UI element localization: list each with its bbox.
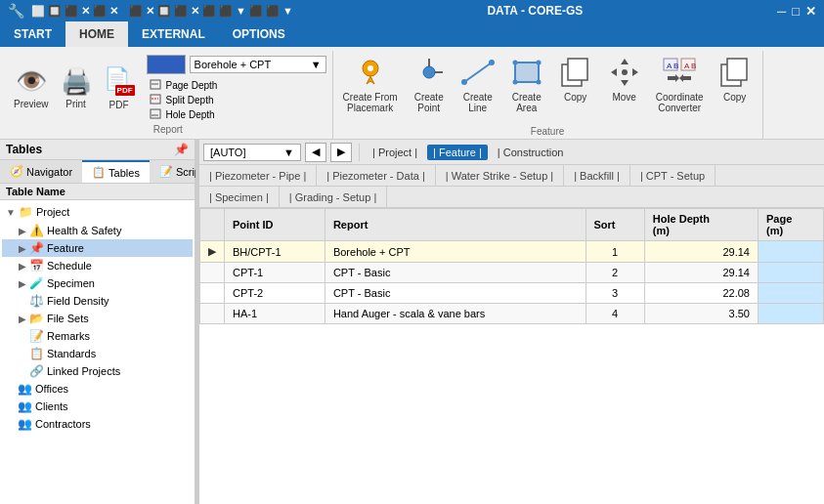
report-combo[interactable]: Borehole + CPT ▼ <box>190 56 326 73</box>
tree-item-schedule[interactable]: ▶ 📅 Schedule <box>2 257 193 274</box>
window-control-14: ▼ <box>236 5 246 17</box>
tree-item-feature[interactable]: ▶ 📌 Feature <box>2 239 193 257</box>
tab-water-strike[interactable]: | Water Strike - Setup | <box>436 165 564 186</box>
nav-link-construction[interactable]: | Construction <box>492 145 570 160</box>
page-depth-button[interactable]: Page Depth <box>147 78 326 92</box>
copy2-button[interactable]: Copy <box>714 53 757 105</box>
print-button[interactable]: 🖨️ Print <box>57 64 96 111</box>
tree-item-contractors[interactable]: 👥 Contractors <box>2 415 193 433</box>
tree-label-standards: Standards <box>47 348 96 359</box>
close-button[interactable]: ✕ <box>805 4 816 19</box>
col-page[interactable]: Page(m) <box>758 209 823 241</box>
tab-cpt-setup[interactable]: | CPT - Setup <box>630 165 716 186</box>
tab-piezometer-data[interactable]: | Piezometer - Data | <box>317 165 435 186</box>
tree-label-schedule: Schedule <box>47 260 92 272</box>
nav-link-feature[interactable]: | Feature | <box>427 145 488 160</box>
minimize-button[interactable]: ─ <box>777 4 786 19</box>
table-row[interactable]: ▶ BH/CPT-1 Borehole + CPT 1 29.14 <box>200 241 824 263</box>
create-from-placemark-button[interactable]: Create FromPlacemark <box>339 53 402 115</box>
tree-item-project[interactable]: ▼ 📁 Project <box>2 202 193 222</box>
tree-label-project: Project <box>36 206 69 218</box>
row1-report: Borehole + CPT <box>325 241 585 263</box>
tree-item-linked-projects[interactable]: 🔗 Linked Projects <box>2 362 193 380</box>
tree-toggle-field-density <box>16 296 29 307</box>
svg-point-8 <box>423 66 435 78</box>
tree-header: Table Name <box>0 184 195 200</box>
tree-label-feature: Feature <box>47 242 84 254</box>
svg-point-15 <box>512 61 517 65</box>
tree-label-linked-projects: Linked Projects <box>47 365 120 377</box>
tab-piezometer-pipe[interactable]: | Piezometer - Pipe | <box>199 165 317 186</box>
tree-item-offices[interactable]: 👥 Offices <box>2 380 193 398</box>
title-bar-icons-left: 🔧 ⬜ 🔲 ⬛ ✕ ⬛ ✕ ⬛ ✕ 🔲 ⬛ ✕ ⬛ ⬛ ▼ ⬛ ⬛ ▼ <box>8 3 293 19</box>
create-area-button[interactable]: CreateArea <box>505 53 548 115</box>
tree-item-field-density[interactable]: ⚖️ Field Density <box>2 292 193 310</box>
coordinate-converter-button[interactable]: A B A B CoordinateConverter <box>652 53 708 115</box>
nav-back-button[interactable]: ◀ <box>305 143 326 162</box>
col-hole-depth[interactable]: Hole Depth(m) <box>644 209 758 241</box>
field-density-icon: ⚖️ <box>29 294 44 308</box>
create-line-button[interactable]: CreateLine <box>456 53 499 115</box>
tree-item-standards[interactable]: 📋 Standards <box>2 345 193 362</box>
create-point-button[interactable]: CreatePoint <box>408 53 451 115</box>
move-button[interactable]: Move <box>603 53 646 105</box>
window-control-3: ⬛ <box>65 5 78 18</box>
svg-rect-20 <box>568 59 587 80</box>
tree-label-clients: Clients <box>35 400 68 412</box>
nav-link-project[interactable]: | Project | <box>367 145 423 160</box>
main-content: Tables 📌 🧭 Navigator 📋 Tables 📝 Scripts … <box>0 140 824 504</box>
window-control-6: ✕ <box>109 5 118 18</box>
preview-button[interactable]: 👁️ Preview <box>10 64 53 111</box>
copy-icon <box>558 55 593 90</box>
menu-start[interactable]: START <box>0 21 65 47</box>
copy-button[interactable]: Copy <box>554 53 597 105</box>
tree-item-clients[interactable]: 👥 Clients <box>2 398 193 415</box>
data-table-wrapper[interactable]: Point ID Report Sort Hole Depth(m) Page(… <box>199 208 824 504</box>
svg-text:A B: A B <box>667 62 678 70</box>
data-table: Point ID Report Sort Hole Depth(m) Page(… <box>199 208 824 324</box>
window-control-11: ✕ <box>191 5 199 18</box>
table-row[interactable]: HA-1 Hand Auger - scala & vane bars 4 3.… <box>200 304 824 324</box>
nav-forward-button[interactable]: ▶ <box>330 143 352 162</box>
tab-specimen[interactable]: | Specimen | <box>199 187 280 207</box>
hole-depth-button[interactable]: Hole Depth <box>147 107 326 121</box>
pdf-button[interactable]: 📄 PDF PDF <box>100 64 139 112</box>
maximize-button[interactable]: □ <box>792 4 800 19</box>
table-row[interactable]: CPT-1 CPT - Basic 2 29.14 <box>200 263 824 283</box>
preview-label: Preview <box>14 99 49 109</box>
tab-backfill[interactable]: | Backfill | <box>564 165 630 186</box>
menu-external[interactable]: EXTERNAL <box>128 21 219 47</box>
split-depth-button[interactable]: Split Depth <box>147 93 326 106</box>
tree-item-specimen[interactable]: ▶ 🧪 Specimen <box>2 274 193 292</box>
tree-item-file-sets[interactable]: ▶ 📂 File Sets <box>2 310 193 327</box>
tab-navigator[interactable]: 🧭 Navigator <box>0 160 82 183</box>
row3-report: CPT - Basic <box>325 283 585 304</box>
window-control-8: ✕ <box>146 5 154 18</box>
menu-options[interactable]: OPTIONS <box>219 21 299 47</box>
svg-text:A B: A B <box>684 62 696 70</box>
tree-toggle-project: ▼ <box>4 207 18 218</box>
tab-grading-setup[interactable]: | Grading - Setup | <box>280 187 387 207</box>
window-control-9: 🔲 <box>157 5 171 18</box>
feature-group-label: Feature <box>339 124 757 139</box>
tree-toggle-linked <box>16 366 29 377</box>
table-header-row: Point ID Report Sort Hole Depth(m) Page(… <box>200 209 824 241</box>
window-controls-right[interactable]: ─ □ ✕ <box>777 4 816 19</box>
tree-item-remarks[interactable]: 📝 Remarks <box>2 327 193 345</box>
col-report[interactable]: Report <box>325 209 585 241</box>
tree-label-contractors: Contractors <box>35 418 91 430</box>
tree-toggle-feature: ▶ <box>16 243 29 254</box>
window-control-16: ⬛ <box>266 5 280 18</box>
table-row[interactable]: CPT-2 CPT - Basic 3 22.08 <box>200 283 824 304</box>
col-sort[interactable]: Sort <box>585 209 644 241</box>
row2-arrow <box>200 263 225 283</box>
nav-combo[interactable]: [AUTO] ▼ <box>203 144 301 161</box>
col-point-id[interactable]: Point ID <box>225 209 325 241</box>
menu-home[interactable]: HOME <box>65 21 128 47</box>
tree-item-health-safety[interactable]: ▶ ⚠️ Health & Safety <box>2 222 193 239</box>
pin-button[interactable]: 📌 <box>174 143 189 156</box>
offices-icon: 👥 <box>18 382 32 396</box>
health-safety-icon: ⚠️ <box>29 224 44 237</box>
contractors-icon: 👥 <box>18 417 32 431</box>
tab-tables[interactable]: 📋 Tables <box>82 160 150 183</box>
